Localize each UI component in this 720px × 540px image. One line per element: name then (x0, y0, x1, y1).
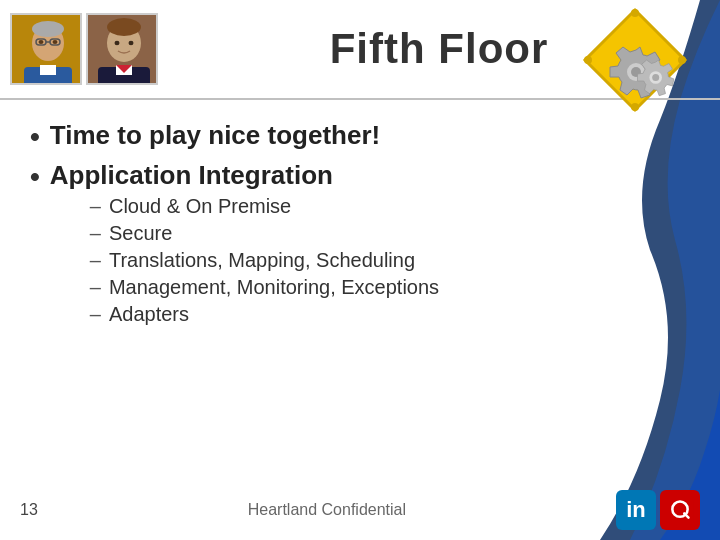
svg-point-2 (32, 21, 64, 37)
svg-point-16 (115, 41, 120, 45)
gear-icon-badge (580, 5, 690, 115)
speaker-photo-1 (10, 13, 82, 85)
sub-bullet-5: Adapters (90, 303, 439, 326)
speaker-photos (10, 13, 158, 85)
heartland-icon (663, 493, 697, 527)
bullet-1: Time to play nice together! (30, 120, 690, 154)
svg-point-26 (652, 74, 659, 81)
speaker-photo-2 (86, 13, 158, 85)
slide-content: Fifth Floor (0, 0, 720, 540)
svg-point-12 (107, 18, 141, 36)
svg-point-22 (584, 56, 592, 64)
sub-bullet-list: Cloud & On Premise Secure Translations, … (90, 195, 439, 326)
svg-point-6 (53, 40, 58, 44)
main-bullets: Time to play nice together! Application … (30, 120, 690, 330)
svg-point-5 (39, 40, 44, 44)
confidential-label: Heartland Confidential (248, 501, 406, 519)
sub-bullet-3: Translations, Mapping, Scheduling (90, 249, 439, 272)
slide-body: Time to play nice together! Application … (0, 100, 720, 355)
svg-point-19 (631, 9, 639, 17)
bullet-2: Application Integration Cloud & On Premi… (30, 160, 690, 330)
page-number: 13 (20, 501, 38, 519)
svg-point-20 (678, 56, 686, 64)
heartland-logo (660, 490, 700, 530)
svg-rect-4 (40, 65, 56, 75)
slide-footer: 13 Heartland Confidential in (0, 490, 720, 530)
linkedin-icon: in (626, 497, 646, 523)
slide-header: Fifth Floor (0, 0, 720, 100)
linkedin-logo: in (616, 490, 656, 530)
sub-bullet-4: Management, Monitoring, Exceptions (90, 276, 439, 299)
svg-point-17 (129, 41, 134, 45)
sub-bullet-2: Secure (90, 222, 439, 245)
footer-logos: in (616, 490, 700, 530)
sub-bullet-1: Cloud & On Premise (90, 195, 439, 218)
